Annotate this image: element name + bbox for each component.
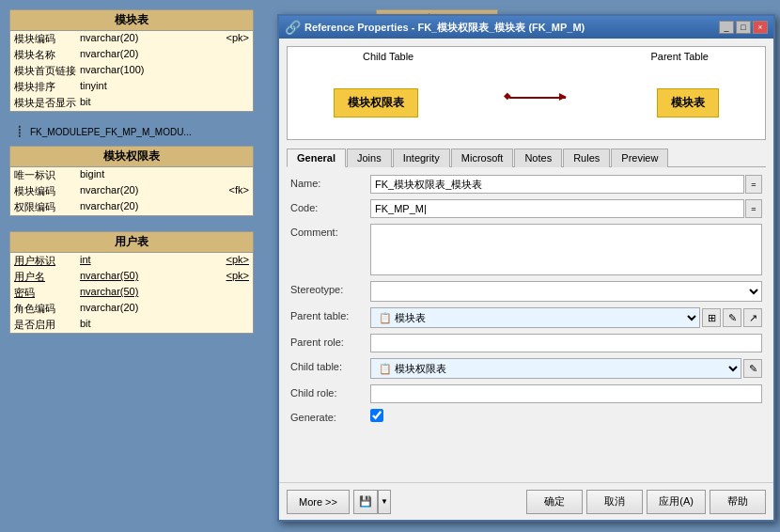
- entity-row: 角色编码 nvarchar(20): [10, 301, 253, 317]
- help-button[interactable]: 帮助: [710, 490, 766, 514]
- arrow: [509, 97, 566, 99]
- titlebar-buttons: _ □ ×: [719, 21, 768, 34]
- close-button[interactable]: ×: [753, 21, 768, 34]
- entity-row: 密码 nvarchar(50): [10, 285, 253, 301]
- save-icon-btn[interactable]: 💾: [353, 490, 378, 514]
- child-role-label: Child role:: [290, 384, 370, 399]
- generate-checkbox[interactable]: [370, 409, 383, 422]
- child-entity: 模块权限表: [334, 88, 418, 117]
- cancel-button[interactable]: 取消: [586, 490, 643, 514]
- dropdown-btn[interactable]: ▼: [378, 490, 391, 514]
- fk-icon: ⁞: [17, 121, 23, 142]
- dialog-titlebar: 🔗 Reference Properties - FK_模块权限表_模块表 (F…: [279, 16, 773, 39]
- parent-entity: 模块表: [657, 88, 719, 117]
- entity-row: 权限编码 nvarchar(20): [10, 199, 253, 215]
- tab-notes[interactable]: Notes: [514, 149, 562, 167]
- form-row-parent-role: Parent role:: [290, 334, 762, 352]
- entity-row: 模块编码 nvarchar(20) <pk>: [10, 31, 253, 47]
- entity-row: 用户名 nvarchar(50) <pk>: [10, 269, 253, 285]
- entity-row: 模块首页链接 nvarchar(100): [10, 63, 253, 79]
- entity-module-perms: 模块权限表 唯一标识 bigint 模块编码 nvarchar(20) <fk>…: [9, 146, 254, 216]
- footer-right: 确定 取消 应用(A) 帮助: [526, 490, 766, 514]
- more-button[interactable]: More >>: [287, 490, 350, 514]
- form-row-name: Name: =: [290, 175, 762, 194]
- child-table-select[interactable]: 📋 模块权限表: [370, 358, 741, 379]
- child-table-select-row: 📋 模块权限表 ✎: [370, 358, 762, 379]
- parent-role-input[interactable]: [370, 334, 762, 352]
- parent-table-select-row: 📋 模块表 ⊞ ✎ ↗: [370, 307, 762, 328]
- arrow-line: [509, 97, 566, 99]
- tab-general[interactable]: General: [287, 149, 346, 167]
- child-table-label2: Child table:: [290, 358, 370, 372]
- tab-rules[interactable]: Rules: [563, 149, 610, 167]
- dialog-footer: More >> 💾 ▼ 确定 取消 应用(A) 帮助: [279, 482, 773, 520]
- child-table-label: Child Table: [363, 51, 413, 62]
- dialog-window: 🔗 Reference Properties - FK_模块权限表_模块表 (F…: [277, 14, 775, 522]
- dialog-title: Reference Properties - FK_模块权限表_模块表 (FK_…: [304, 21, 585, 35]
- entity-row: 模块是否显示 bit: [10, 95, 253, 111]
- entity-row: 模块排序 tinyint: [10, 79, 253, 95]
- name-label: Name:: [290, 175, 370, 189]
- generate-label: Generate:: [290, 409, 370, 423]
- tab-integrity[interactable]: Integrity: [393, 149, 450, 167]
- parent-table-label: Parent Table: [650, 51, 709, 62]
- parent-table-label: Parent table:: [290, 307, 370, 321]
- entity-row: 是否启用 bit: [10, 317, 253, 333]
- form-row-child-table: Child table: 📋 模块权限表 ✎: [290, 358, 762, 379]
- child-table-edit-btn[interactable]: ✎: [743, 359, 762, 378]
- apply-button[interactable]: 应用(A): [647, 490, 706, 514]
- stereotype-select[interactable]: [370, 281, 762, 302]
- footer-left: More >> 💾 ▼: [287, 490, 523, 514]
- ok-button[interactable]: 确定: [526, 490, 583, 514]
- form-area: Name: = Code: = Comment: Stereotype: Par…: [279, 167, 773, 436]
- form-row-comment: Comment:: [290, 224, 762, 275]
- parent-table-select[interactable]: 📋 模块表: [370, 307, 700, 328]
- parent-role-label: Parent role:: [290, 334, 370, 348]
- tab-joins[interactable]: Joins: [347, 149, 392, 167]
- comment-textarea[interactable]: [370, 224, 762, 275]
- form-row-generate: Generate:: [290, 409, 762, 423]
- name-extra-btn[interactable]: =: [745, 175, 762, 194]
- code-extra-btn[interactable]: =: [745, 199, 762, 218]
- form-row-stereotype: Stereotype:: [290, 281, 762, 302]
- entity-row: 用户标识 int <pk>: [10, 253, 253, 269]
- code-input[interactable]: [370, 199, 744, 218]
- entity-modules: 模块表 模块编码 nvarchar(20) <pk> 模块名称 nvarchar…: [9, 9, 254, 112]
- dialog-icon: 🔗: [285, 20, 301, 35]
- name-input[interactable]: [370, 175, 744, 194]
- entity-module-perms-header: 模块权限表: [10, 147, 253, 167]
- parent-table-new-btn[interactable]: ↗: [743, 308, 762, 327]
- child-role-input[interactable]: [370, 384, 762, 403]
- diagram-area: 模块表 模块编码 nvarchar(20) <pk> 模块名称 nvarchar…: [0, 0, 273, 532]
- form-row-parent-table: Parent table: 📋 模块表 ⊞ ✎ ↗: [290, 307, 762, 328]
- tab-preview[interactable]: Preview: [611, 149, 668, 167]
- entity-modules-header: 模块表: [10, 10, 253, 31]
- fk-label-row: ⁞ FK_MODULEPE_FK_MP_M_MODU...: [17, 121, 263, 142]
- entity-row: 模块名称 nvarchar(20): [10, 47, 253, 63]
- parent-table-edit-btn[interactable]: ✎: [723, 308, 741, 327]
- entity-row: 模块编码 nvarchar(20) <fk>: [10, 183, 253, 199]
- tab-microsoft[interactable]: Microsoft: [451, 149, 514, 167]
- entity-users: 用户表 用户标识 int <pk> 用户名 nvarchar(50) <pk> …: [9, 231, 254, 334]
- parent-table-browse-btn[interactable]: ⊞: [702, 308, 721, 327]
- fk-label: FK_MODULEPE_FK_MP_M_MODU...: [30, 127, 192, 137]
- stereotype-label: Stereotype:: [290, 281, 370, 295]
- maximize-button[interactable]: □: [736, 21, 751, 34]
- code-label: Code:: [290, 199, 370, 213]
- form-row-child-role: Child role:: [290, 384, 762, 403]
- comment-label: Comment:: [290, 224, 370, 238]
- tabs-row: General Joins Integrity Microsoft Notes …: [287, 148, 766, 167]
- minimize-button[interactable]: _: [719, 21, 734, 34]
- form-row-code: Code: =: [290, 199, 762, 218]
- entity-row: 唯一标识 bigint: [10, 167, 253, 183]
- dialog-diagram: Child Table Parent Table 模块权限表 模块表: [287, 46, 766, 140]
- entity-users-header: 用户表: [10, 232, 253, 253]
